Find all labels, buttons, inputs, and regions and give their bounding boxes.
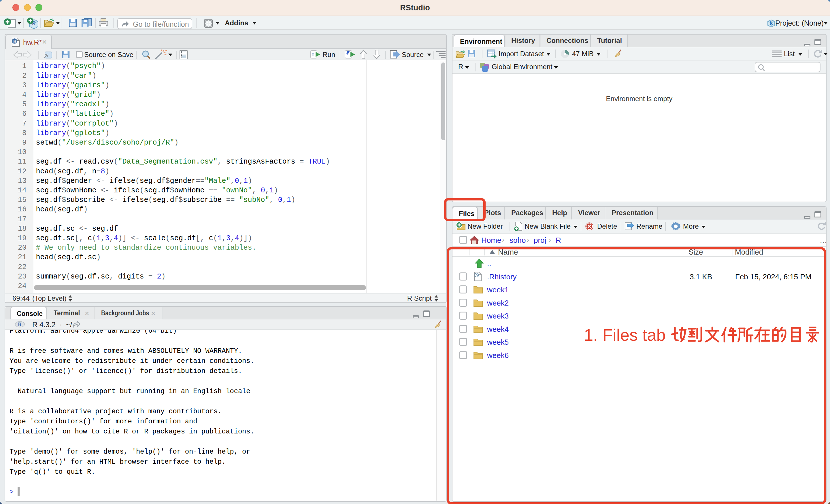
svg-text:R: R: [18, 322, 22, 328]
svg-text:R: R: [769, 20, 773, 26]
svg-text:R: R: [13, 39, 17, 44]
